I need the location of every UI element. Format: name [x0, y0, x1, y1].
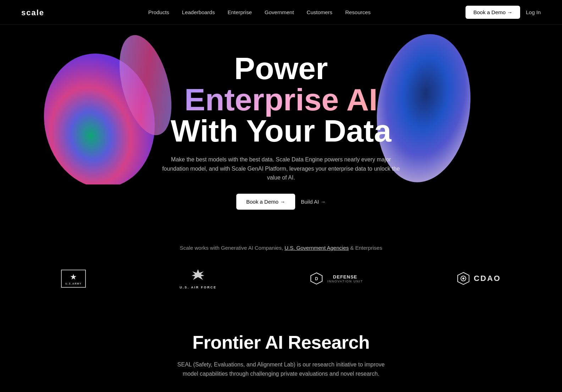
nav-leaderboards[interactable]: Leaderboards — [182, 9, 215, 15]
nav-products[interactable]: Products — [148, 9, 169, 15]
frontier-subtitle: SEAL (Safety, Evaluations, and Alignment… — [175, 360, 387, 378]
army-star-icon: ★ — [70, 272, 77, 282]
nav-book-demo-button[interactable]: Book a Demo → — [465, 6, 520, 19]
partner-diu: D DEFENSE INNOVATION UNIT — [310, 272, 363, 285]
nav-links: Products Leaderboards Enterprise Governm… — [148, 9, 371, 16]
nav-government[interactable]: Government — [265, 9, 294, 15]
hero-buttons: Book a Demo → Build AI → — [160, 194, 402, 210]
svg-text:D: D — [315, 276, 318, 281]
partner-cdao: CDAO — [457, 272, 501, 285]
hero-title-line2: With Your Data — [160, 115, 402, 147]
navbar: scale Products Leaderboards Enterprise G… — [0, 0, 562, 25]
partner-army: ★ U.S.ARMY — [61, 270, 86, 288]
nav-enterprise[interactable]: Enterprise — [227, 9, 252, 15]
nav-customers[interactable]: Customers — [307, 9, 332, 15]
partners-logos: ★ U.S.ARMY U.S. AIR FORCE D — [21, 268, 541, 289]
cdao-label: CDAO — [474, 274, 501, 283]
blob-left — [32, 35, 167, 184]
partners-gov-link[interactable]: U.S. Government Agencies — [285, 245, 349, 251]
nav-login-button[interactable]: Log In — [526, 9, 541, 15]
hero-title-gradient: Enterprise AI — [184, 82, 378, 117]
diu-subtitle: INNOVATION UNIT — [327, 280, 363, 283]
nav-actions: Book a Demo → Log In — [465, 6, 541, 19]
airforce-icon — [190, 268, 206, 283]
nav-resources[interactable]: Resources — [345, 9, 371, 15]
frontier-title: Frontier AI Research — [21, 332, 541, 353]
hero-title-line1: Power — [160, 53, 402, 84]
partners-tagline-end: & Enterprises — [350, 245, 382, 251]
diu-icon: D — [310, 272, 323, 285]
hero-content: Power Enterprise AI With Your Data Make … — [160, 53, 402, 210]
partners-section: Scale works with Generative AI Companies… — [0, 231, 562, 310]
frontier-section: Frontier AI Research SEAL (Safety, Evalu… — [0, 310, 562, 392]
hero-subtitle: Make the best models with the best data.… — [160, 155, 402, 182]
partners-tagline: Scale works with Generative AI Companies… — [21, 245, 541, 251]
svg-point-8 — [462, 277, 464, 280]
partners-tagline-start: Scale works with Generative AI Companies… — [180, 245, 283, 251]
hero-build-ai-button[interactable]: Build AI → — [301, 199, 326, 205]
hero-book-demo-button[interactable]: Book a Demo → — [236, 194, 295, 210]
hero-title: Power Enterprise AI With Your Data — [160, 53, 402, 147]
svg-text:scale: scale — [21, 8, 44, 17]
svg-point-1 — [33, 45, 165, 184]
airforce-label: U.S. AIR FORCE — [180, 286, 216, 289]
logo[interactable]: scale — [21, 7, 53, 17]
diu-name: DEFENSE — [327, 274, 363, 280]
army-label: U.S.ARMY — [65, 282, 82, 285]
hero-section: Power Enterprise AI With Your Data Make … — [0, 25, 562, 231]
cdao-icon — [457, 272, 470, 285]
partner-airforce: U.S. AIR FORCE — [180, 268, 216, 289]
